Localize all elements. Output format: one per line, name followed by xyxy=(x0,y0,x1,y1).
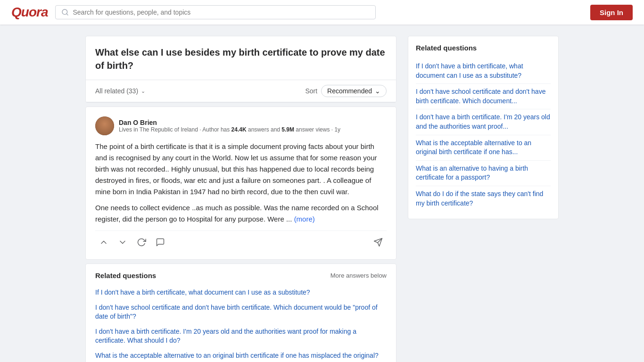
sidebar-link[interactable]: What is an alternative to having a birth… xyxy=(416,161,551,186)
author-name[interactable]: Dan O Brien xyxy=(119,119,387,126)
svg-line-1 xyxy=(67,14,68,15)
answer-card: Dan O Brien Lives in The Republic of Ire… xyxy=(85,107,396,260)
share-button[interactable] xyxy=(370,235,387,250)
comment-button[interactable] xyxy=(152,235,169,250)
question-card: What else can I use besides my birth cer… xyxy=(85,36,396,103)
author-views-suffix: answer views · xyxy=(294,126,334,133)
sort-label: Sort xyxy=(305,87,317,95)
sidebar-link[interactable]: What do I do if the state says they can'… xyxy=(416,186,551,211)
more-link[interactable]: (more) xyxy=(294,215,315,223)
sidebar-card: Related questions If I don't have a birt… xyxy=(408,36,559,219)
page-layout: What else can I use besides my birth cer… xyxy=(39,25,605,362)
answer-paragraph-2: One needs to collect evidence ..as much … xyxy=(95,202,387,225)
action-bar xyxy=(95,230,387,250)
sort-dropdown[interactable]: Recommended ⌄ xyxy=(321,85,387,97)
related-inline-card: Related questions More answers below If … xyxy=(85,263,396,362)
more-below-label: More answers below xyxy=(330,272,387,279)
author-answers-suffix: answers and xyxy=(247,126,282,133)
filter-left: All related (33) ⌄ xyxy=(95,87,145,95)
author-answers: 24.4K xyxy=(231,126,247,133)
related-inline-link[interactable]: I don't have school certificate and don'… xyxy=(95,300,387,324)
filter-bar: All related (33) ⌄ Sort Recommended ⌄ xyxy=(86,80,396,102)
author-meta: Lives in The Republic of Ireland · Autho… xyxy=(119,126,387,133)
search-icon xyxy=(61,8,69,16)
answer-paragraph-1: The point of a birth certificate is that… xyxy=(95,141,387,197)
related-inline-link[interactable]: If I don't have a birth certificate, wha… xyxy=(95,285,387,300)
author-time: 1y xyxy=(334,126,340,133)
avatar xyxy=(95,116,114,135)
search-input[interactable] xyxy=(73,8,370,16)
author-views: 5.9M xyxy=(281,126,294,133)
author-info: Dan O Brien Lives in The Republic of Ire… xyxy=(119,119,387,133)
related-inline-header: Related questions More answers below xyxy=(95,272,387,280)
upvote-button[interactable] xyxy=(95,235,112,250)
header: Quora Sign In xyxy=(0,0,644,25)
sidebar-link[interactable]: I don't have school certificate and don'… xyxy=(416,84,551,109)
sidebar-link[interactable]: I don't have a birth certificate. I'm 20… xyxy=(416,109,551,135)
downvote-icon xyxy=(118,238,127,247)
share-icon xyxy=(373,238,383,247)
author-row: Dan O Brien Lives in The Republic of Ire… xyxy=(95,116,387,135)
sidebar-title: Related questions xyxy=(416,44,551,52)
refresh-button[interactable] xyxy=(133,235,150,250)
answer-text: The point of a birth certificate is that… xyxy=(95,141,387,225)
related-inline-link[interactable]: I don't have a birth certificate. I'm 20… xyxy=(95,324,387,348)
author-meta-prefix: Lives in The Republic of Ireland · Autho… xyxy=(119,126,231,133)
upvote-icon xyxy=(99,238,108,247)
refresh-icon xyxy=(137,238,146,247)
related-inline-title: Related questions xyxy=(95,272,156,280)
logo[interactable]: Quora xyxy=(11,5,48,20)
sidebar-link[interactable]: What is the acceptable alternative to an… xyxy=(416,135,551,161)
filter-label[interactable]: All related (33) xyxy=(95,87,138,95)
chevron-down-icon: ⌄ xyxy=(141,88,145,94)
downvote-button[interactable] xyxy=(114,235,131,250)
comment-icon xyxy=(156,238,165,247)
sort-section: Sort Recommended ⌄ xyxy=(305,85,387,97)
sort-value: Recommended xyxy=(327,87,372,95)
sidebar-link[interactable]: If I don't have a birth certificate, wha… xyxy=(416,58,551,84)
related-inline-link[interactable]: What is the acceptable alternative to an… xyxy=(95,348,387,362)
signin-button[interactable]: Sign In xyxy=(590,5,633,20)
main-column: What else can I use besides my birth cer… xyxy=(85,36,396,362)
sidebar: Related questions If I don't have a birt… xyxy=(408,36,559,362)
question-title: What else can I use besides my birth cer… xyxy=(86,36,396,80)
chevron-down-icon: ⌄ xyxy=(375,87,380,95)
search-bar xyxy=(55,5,376,19)
